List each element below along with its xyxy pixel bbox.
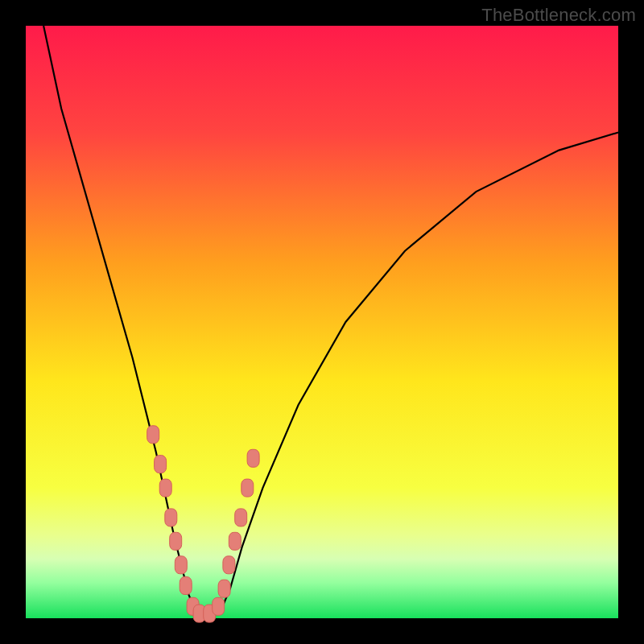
curve-marker — [147, 426, 159, 444]
outer-frame: TheBottleneck.com — [0, 0, 644, 644]
curve-marker — [170, 532, 182, 550]
curve-marker — [175, 556, 187, 574]
plot-area — [26, 26, 618, 618]
bottleneck-curve — [43, 26, 618, 614]
chart-svg — [26, 26, 618, 618]
curve-marker — [247, 449, 259, 467]
curve-marker — [229, 532, 241, 550]
curve-marker — [155, 456, 167, 473]
curve-marker — [165, 509, 177, 526]
curve-marker — [180, 577, 192, 595]
curve-marker — [213, 597, 225, 615]
watermark-text: TheBottleneck.com — [481, 5, 636, 26]
curve-marker — [159, 479, 171, 497]
curve-marker — [218, 580, 230, 597]
curve-marker — [235, 509, 247, 526]
curve-marker — [242, 479, 254, 497]
marker-group — [147, 426, 259, 622]
curve-marker — [223, 556, 235, 574]
